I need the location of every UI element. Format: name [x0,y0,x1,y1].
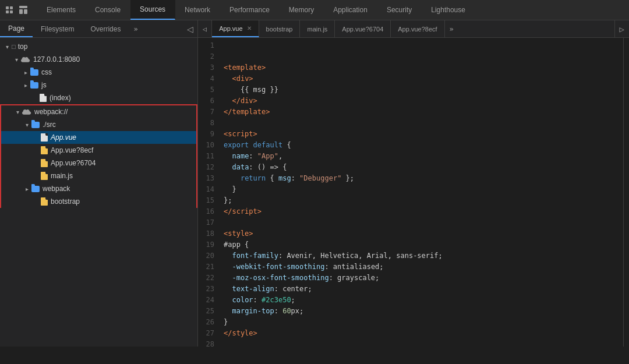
subtab-more[interactable]: » [129,20,142,37]
tab-security-label: Security [387,6,412,14]
editor-tab-bar: ◁ App.vue ✕ bootstrap main.js App.vue?67… [198,20,629,38]
svg-rect-6 [24,9,27,14]
tree-item-app-vue-8ecf[interactable]: App.vue?8ecf [1,144,196,157]
code-line: -moz-osx-font-smoothing: grayscale; [224,273,623,284]
tab-sources[interactable]: Sources [130,0,175,20]
tree-label-app-vue-6704: App.vue?6704 [51,159,96,167]
code-line: data: () => { [224,162,623,173]
toggle-webpack-folder [22,186,31,192]
editor-tab-main-js[interactable]: main.js [300,20,335,37]
editor-tab-bootstrap[interactable]: bootstrap [259,20,301,37]
line-number: 27 [203,328,214,339]
editor-tab-app-vue-8ecf[interactable]: App.vue?8ecf [391,20,444,37]
file-icon-app-vue-8ecf [41,146,48,154]
scrollbar-track[interactable] [623,38,629,347]
line-number: 5 [203,84,214,96]
tab-network-label: Network [185,6,210,14]
tree-item-src[interactable]: ./src [1,118,196,131]
tab-performance-label: Performance [229,6,270,14]
tree-item-app-vue-6704[interactable]: App.vue?6704 [1,157,196,169]
top-icon: □ [12,43,16,50]
line-number: 1 [203,40,214,51]
line-number: 15 [203,195,214,206]
tree-item-index[interactable]: (index) [0,91,197,104]
code-content[interactable]: 1234567891011121314151617181920212223242… [198,38,629,347]
code-line: <script> [224,129,623,140]
tree-item-host[interactable]: 127.0.0.1:8080 [0,53,197,66]
tab-elements[interactable]: Elements [37,0,86,20]
file-icon-main-js [41,172,48,180]
tree-item-webpack[interactable]: webpack:// [1,105,196,118]
collapse-editor-btn[interactable]: ◁ [198,20,212,37]
editor-tab-app-vue-close[interactable]: ✕ [247,25,252,31]
editor-nav-btn[interactable]: ▷ [614,20,629,37]
editor-tab-app-vue[interactable]: App.vue ✕ [212,20,259,37]
webpack-highlight-box: webpack:// ./src App.vue [0,104,197,208]
tree-item-css[interactable]: css [0,66,197,79]
tab-sources-label: Sources [140,5,165,13]
code-line: } [224,184,623,195]
editor-tab-app-vue-6704[interactable]: App.vue?6704 [335,20,391,37]
editor-tab-more[interactable]: » [445,20,458,37]
tab-security[interactable]: Security [377,0,422,20]
sub-tab-bar: Page Filesystem Overrides » ◁ [0,20,197,38]
subtab-filesystem-label: Filesystem [41,25,74,33]
cloud-icon-host [21,56,30,63]
file-icon-app-vue-6704 [41,159,48,167]
cursor-icon [5,5,14,15]
code-line: <template> [224,62,623,73]
subtab-page-label: Page [8,24,24,33]
file-icon-bootstrap [41,197,48,206]
line-number: 28 [203,339,214,347]
tree-item-webpack-folder[interactable]: webpack [1,182,196,195]
subtab-filesystem[interactable]: Filesystem [33,20,82,37]
subtab-more-label: » [133,25,137,33]
tab-memory[interactable]: Memory [280,0,324,20]
tab-lighthouse-label: Lighthouse [431,6,465,14]
toggle-src [22,122,31,128]
panel-icon [19,5,28,15]
tree-item-bootstrap[interactable]: bootstrap [1,195,196,208]
tab-application-label: Application [333,6,367,14]
tab-application[interactable]: Application [324,0,377,20]
editor-tab-main-js-label: main.js [307,26,327,33]
collapse-sidebar-btn[interactable]: ◁ [185,23,195,36]
tab-performance[interactable]: Performance [220,0,280,20]
code-line [224,217,623,228]
tab-memory-label: Memory [289,6,314,14]
line-number: 23 [203,284,214,295]
editor-tab-app-vue-6704-label: App.vue?6704 [342,26,383,33]
tab-console[interactable]: Console [86,0,130,20]
toggle-webpack [13,109,22,115]
tree-item-top[interactable]: □ top [0,40,197,53]
svg-rect-2 [6,10,9,13]
folder-icon-src [31,122,40,128]
code-line [224,40,623,51]
code-line: font-family: Avenir, Helvetica, Arial, s… [224,250,623,261]
code-line: name: "App", [224,151,623,162]
toggle-css [21,69,30,76]
tree-item-main-js[interactable]: main.js [1,169,196,182]
code-line: </style> [224,328,623,339]
svg-rect-3 [10,10,13,13]
code-line: }; [224,195,623,206]
tree-item-app-vue[interactable]: App.vue [1,131,196,144]
line-number: 4 [203,73,214,84]
editor-nav-icon: ▷ [620,24,624,34]
line-number: 19 [203,239,214,250]
file-tree: □ top 127.0.0.1:8080 css [0,38,197,347]
subtab-overrides[interactable]: Overrides [82,20,129,37]
folder-icon-css [30,69,38,76]
code-line: </div> [224,96,623,107]
tree-item-js[interactable]: js [0,79,197,91]
subtab-page[interactable]: Page [0,20,33,37]
collapse-editor-icon: ◁ [203,25,207,33]
tab-lighthouse[interactable]: Lighthouse [422,0,475,20]
tab-network[interactable]: Network [175,0,220,20]
sidebar: Page Filesystem Overrides » ◁ [0,20,198,347]
line-number: 3 [203,62,214,73]
code-line: text-align: center; [224,284,623,295]
svg-rect-0 [6,6,9,9]
code-line: export default { [224,140,623,151]
devtools-icons [0,0,37,20]
